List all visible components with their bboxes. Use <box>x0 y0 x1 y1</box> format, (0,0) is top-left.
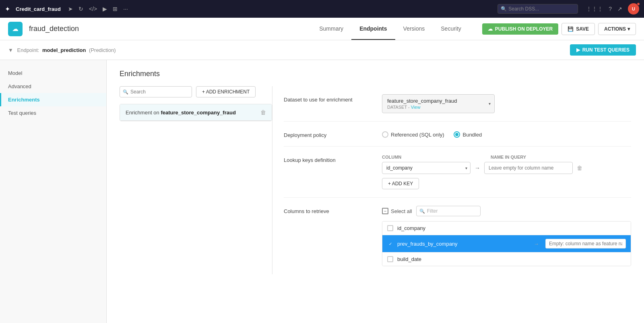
enrichment-item-label: Enrichment on feature_store_company_frau… <box>126 110 236 116</box>
refresh-icon[interactable]: ↻ <box>78 6 83 12</box>
deployment-field-row: Deployment policy Referenced (SQL only) <box>284 122 631 147</box>
minus-icon: − <box>382 208 388 214</box>
save-icon: 💾 <box>568 26 574 32</box>
checkbox-prev-frauds[interactable] <box>387 241 393 247</box>
avatar[interactable]: U <box>628 3 639 14</box>
tab-versions[interactable]: Versions <box>395 18 433 40</box>
column-select-wrapper: id_company ▾ <box>382 162 471 174</box>
search-icon: 🔍 <box>419 209 425 214</box>
endpoint-bar: ▼ Endpoint: model_prediction (Prediction… <box>0 40 644 60</box>
actions-button[interactable]: ACTIONS ▾ <box>598 23 636 35</box>
sidebar-item-enrichments[interactable]: Enrichments <box>0 93 106 106</box>
notification-badge <box>637 2 640 6</box>
enrichment-toolbar: 🔍 + ADD ENRICHMENT <box>120 86 272 97</box>
app-header: ☁ fraud_detection Summary Endpoints Vers… <box>0 18 644 40</box>
play-icon[interactable]: ▶ <box>103 6 107 12</box>
lookup-row: id_company ▾ → 🗑 <box>382 162 631 174</box>
more-icon[interactable]: ··· <box>123 6 128 12</box>
tab-security[interactable]: Security <box>433 18 469 40</box>
chevron-down-icon[interactable]: ▼ <box>8 47 13 53</box>
col-header-column: Column <box>382 155 471 159</box>
enrichment-list: Enrichment on feature_store_company_frau… <box>120 104 272 121</box>
radio-referenced[interactable]: Referenced (SQL only) <box>382 131 444 138</box>
col-header-name: Name in query <box>491 155 526 159</box>
radio-dot-bundled <box>455 133 458 136</box>
run-test-button[interactable]: ▶ RUN TEST QUERIES <box>570 44 636 56</box>
search-box-wrapper: 🔍 <box>120 86 192 97</box>
chevron-down-icon: ▾ <box>627 26 630 32</box>
search-icon: 🔍 <box>501 6 507 12</box>
col-name-build-date: build_date <box>397 256 626 262</box>
main-content: Enrichments 🔍 + ADD ENRICHMENT Enrichmen… <box>107 60 644 323</box>
save-button[interactable]: 💾 SAVE <box>561 23 595 35</box>
analytics-icon[interactable]: ↗ <box>617 6 622 12</box>
deployment-field-label: Deployment policy <box>284 130 372 138</box>
enrichment-left: 🔍 + ADD ENRICHMENT Enrichment on feature… <box>120 86 272 274</box>
dataset-dropdown[interactable]: feature_store_company_fraud DATASET - Vi… <box>382 94 495 113</box>
name-in-query-input[interactable] <box>484 162 573 174</box>
search-icon: 🔍 <box>123 89 128 95</box>
radio-bundled[interactable]: Bundled <box>454 131 482 138</box>
column-select[interactable]: id_company <box>382 162 471 174</box>
logo-icon: ✦ <box>5 5 10 13</box>
code-icon[interactable]: </> <box>89 6 97 12</box>
add-enrichment-button[interactable]: + ADD ENRICHMENT <box>196 86 256 97</box>
filter-input-wrapper: 🔍 <box>416 206 481 216</box>
top-bar-icons: ➤ ↻ </> ▶ ⊞ ··· <box>68 6 128 12</box>
arrow-right-icon[interactable]: ➤ <box>68 6 73 12</box>
columns-field-label: Columns to retrieve <box>284 206 372 214</box>
add-key-button[interactable]: + ADD KEY <box>382 178 419 189</box>
lookup-field-label: Lookup keys definition <box>284 155 372 163</box>
lookup-field-row: Lookup keys definition Column Name in qu… <box>284 147 631 198</box>
help-icon[interactable]: ? <box>609 6 612 12</box>
radio-group: Referenced (SQL only) Bundled <box>382 130 631 138</box>
publish-icon: ☁ <box>488 26 493 32</box>
sidebar-item-model[interactable]: Model <box>0 66 106 80</box>
sidebar-item-test-queries[interactable]: Test queries <box>0 106 106 120</box>
header-actions: ☁ PUBLISH ON DEPLOYER 💾 SAVE ACTIONS ▾ <box>482 23 636 35</box>
dataset-dropdown-wrapper: feature_store_company_fraud DATASET - Vi… <box>382 94 495 113</box>
col-headers: Column Name in query <box>382 155 631 159</box>
column-item-build-date[interactable]: build_date <box>382 253 631 266</box>
dataset-field-label: Dataset to use for enrichment <box>284 94 372 103</box>
sidebar: Model Advanced Enrichments Test queries <box>0 60 107 323</box>
delete-enrichment-icon[interactable]: 🗑 <box>260 109 266 116</box>
col-name-prev-frauds: prev_frauds_by_company <box>397 241 527 247</box>
top-bar: ✦ Credit_card_fraud ➤ ↻ </> ▶ ⊞ ··· 🔍 ⋮⋮… <box>0 0 644 18</box>
checkbox-build-date[interactable] <box>387 256 393 262</box>
deployment-field-content: Referenced (SQL only) Bundled <box>382 130 631 138</box>
dataset-view-link[interactable]: View <box>411 105 421 110</box>
checkbox-id-company[interactable] <box>387 225 393 231</box>
top-bar-right-icons: ⋮⋮⋮ ? ↗ U <box>586 3 639 14</box>
columns-filter-input[interactable] <box>416 206 481 216</box>
publish-button[interactable]: ☁ PUBLISH ON DEPLOYER <box>482 23 558 35</box>
enrichment-search-input[interactable] <box>120 86 192 97</box>
radio-circle-referenced <box>382 131 388 138</box>
tab-endpoints[interactable]: Endpoints <box>351 18 395 40</box>
columns-filter-bar: − Select all 🔍 <box>382 206 631 216</box>
enrichment-list-item[interactable]: Enrichment on feature_store_company_frau… <box>120 104 272 121</box>
global-search-input[interactable] <box>497 4 578 14</box>
column-item-prev-frauds[interactable]: prev_frauds_by_company → <box>382 235 631 253</box>
project-name[interactable]: Credit_card_fraud <box>16 6 61 12</box>
apps-icon[interactable]: ⋮⋮⋮ <box>586 6 603 12</box>
delete-key-icon[interactable]: 🗑 <box>577 165 582 171</box>
columns-field-row: Columns to retrieve − Select all 🔍 <box>284 198 631 274</box>
col-alias-prev-frauds[interactable] <box>545 239 626 248</box>
enrichment-right: Dataset to use for enrichment feature_st… <box>272 86 631 274</box>
lookup-field-content: Column Name in query id_company ▾ <box>382 155 631 189</box>
select-all-button[interactable]: − Select all <box>382 208 412 214</box>
tab-summary[interactable]: Summary <box>311 18 351 40</box>
dataset-field-row: Dataset to use for enrichment feature_st… <box>284 86 631 122</box>
global-search-wrapper: 🔍 <box>497 4 578 14</box>
endpoint-label: ▼ Endpoint: model_prediction (Prediction… <box>8 47 116 53</box>
app-logo: ☁ <box>8 22 23 36</box>
sidebar-item-advanced[interactable]: Advanced <box>0 80 106 93</box>
grid-icon[interactable]: ⊞ <box>113 6 118 12</box>
column-item-id-company[interactable]: id_company <box>382 222 631 235</box>
arrow-icon: → <box>534 241 539 247</box>
main-layout: Model Advanced Enrichments Test queries … <box>0 60 644 323</box>
column-items: id_company prev_frauds_by_company → <box>382 221 631 266</box>
enrichment-content: 🔍 + ADD ENRICHMENT Enrichment on feature… <box>120 86 631 274</box>
section-title: Enrichments <box>120 70 631 78</box>
